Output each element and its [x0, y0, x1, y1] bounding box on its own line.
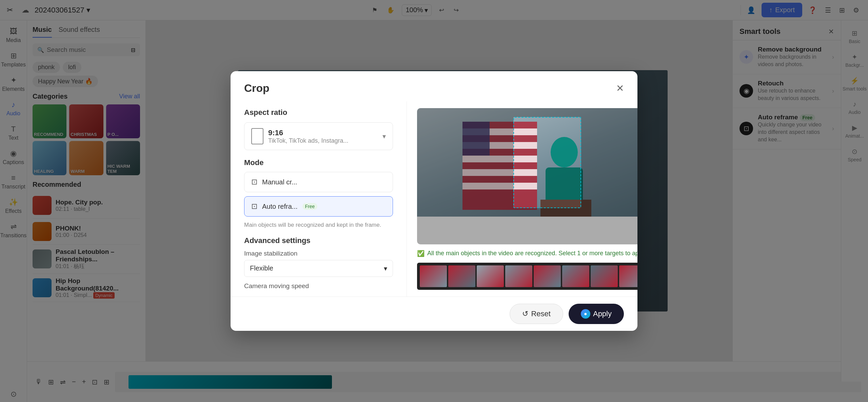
film-strip	[417, 263, 637, 290]
modal-close-button[interactable]: ✕	[616, 83, 624, 94]
aspect-ratio-value: 9:16	[268, 128, 378, 137]
aspect-ratio-desc: TikTok, TikTok ads, Instagra...	[268, 137, 378, 144]
camera-speed-label: Camera moving speed	[244, 282, 393, 290]
aspect-ratio-selector[interactable]: 9:16 TikTok, TikTok ads, Instagra... ▾	[244, 122, 393, 150]
apply-button[interactable]: ● Apply	[569, 304, 624, 324]
manual-crop-icon: ⊡	[251, 178, 257, 186]
aspect-icon	[251, 128, 263, 144]
crop-selection-box[interactable]	[513, 117, 581, 208]
svg-rect-6	[462, 122, 490, 156]
modal-overlay[interactable]: Crop ✕ Aspect ratio 9:16 TikTok, TikTok …	[0, 0, 868, 402]
film-frame	[420, 265, 447, 287]
status-bar: ✅ All the main objects in the video are …	[417, 250, 637, 257]
app-container: ✂ ☁ 202403061527 ▾ ⚑ ✋ 100% ▾ ↩ ↪ 👤 ↑ Ex…	[0, 0, 868, 402]
image-stabilization-label: Image stabilization	[244, 250, 393, 257]
chevron-down-icon: ▾	[382, 132, 386, 140]
status-text: All the main objects in the video are re…	[427, 250, 637, 257]
reset-icon: ↺	[522, 309, 528, 318]
chevron-down-icon: ▾	[384, 264, 387, 273]
mode-manual[interactable]: ⊡ Manual cr...	[244, 172, 393, 192]
reset-button[interactable]: ↺ Reset	[510, 304, 563, 324]
auto-reframe-mode-icon: ⊡	[251, 202, 257, 211]
film-frame	[477, 265, 504, 287]
film-frame	[448, 265, 475, 287]
film-frame	[562, 265, 589, 287]
mode-auto-label: Auto refra...	[262, 203, 298, 210]
modal-body: Aspect ratio 9:16 TikTok, TikTok ads, In…	[231, 101, 637, 297]
aspect-info: 9:16 TikTok, TikTok ads, Instagra...	[268, 128, 378, 144]
modal-right-panel: ✅ All the main objects in the video are …	[407, 101, 637, 297]
mode-auto-reframe[interactable]: ⊡ Auto refra... Free	[244, 196, 393, 217]
advanced-label: Advanced settings	[244, 236, 393, 245]
film-frame	[505, 265, 532, 287]
modal-header: Crop ✕	[231, 71, 637, 101]
preview-image	[417, 108, 637, 217]
mode-manual-label: Manual cr...	[262, 178, 297, 186]
check-icon: ✅	[417, 250, 425, 257]
crop-modal: Crop ✕ Aspect ratio 9:16 TikTok, TikTok …	[231, 71, 637, 331]
stabilization-dropdown[interactable]: Flexible ▾	[244, 260, 393, 277]
film-frame	[619, 265, 637, 287]
free-badge: Free	[302, 203, 318, 210]
modal-title: Crop	[244, 82, 270, 95]
film-frame	[591, 265, 618, 287]
film-frame	[534, 265, 561, 287]
modal-left-panel: Aspect ratio 9:16 TikTok, TikTok ads, In…	[231, 101, 407, 297]
preview-area	[417, 108, 637, 244]
aspect-ratio-label: Aspect ratio	[244, 108, 393, 117]
mode-hint: Main objects will be recognized and kept…	[244, 221, 393, 229]
modal-footer: ↺ Reset ● Apply	[231, 297, 637, 331]
apply-icon: ●	[581, 309, 590, 319]
mode-label: Mode	[244, 158, 393, 167]
